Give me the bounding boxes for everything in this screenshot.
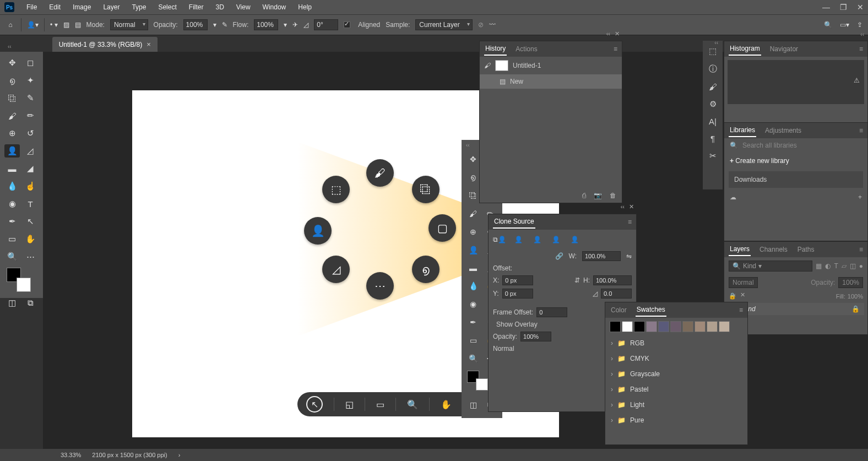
smudge-tool-icon[interactable]: ☝ (23, 180, 38, 193)
eraser-tool-icon[interactable]: ◿ (23, 144, 38, 158)
w-input[interactable] (582, 251, 621, 261)
menu-file[interactable]: File (21, 1, 42, 13)
clone-opacity-input[interactable] (520, 332, 551, 341)
zoom-tool-icon[interactable]: 🔍 (4, 250, 20, 263)
collapse-left-icon[interactable]: ‹‹ (6, 41, 14, 52)
swatch-chip[interactable] (658, 321, 669, 332)
mini-brush-icon[interactable]: 🖌 (466, 208, 480, 220)
clone-src-5-icon[interactable]: 👤 (568, 234, 581, 245)
healing-tool-icon[interactable]: ⊕ (4, 127, 20, 140)
clone-collapse-icon[interactable]: ‹‹ (621, 203, 625, 210)
layer-row[interactable]: …round 🔒 (728, 303, 864, 315)
swatch-folder-grayscale[interactable]: 📁Grayscale (605, 366, 747, 382)
new-snapshot-icon[interactable]: 📷 (594, 192, 602, 199)
brush-tool-icon[interactable]: 🖌 (4, 109, 20, 122)
window-minimize-icon[interactable]: — (822, 3, 830, 12)
menu-type[interactable]: Type (126, 1, 151, 13)
filter-adjust-icon[interactable]: ◐ (825, 262, 831, 270)
filter-type-icon[interactable]: T (834, 262, 838, 270)
ring-shape-icon[interactable]: ▢ (428, 214, 456, 242)
swatch-close-icon[interactable]: ✕ (740, 291, 745, 299)
mini-gradient-icon[interactable]: ▬ (466, 262, 480, 274)
mini-dodge-icon[interactable]: ◉ (466, 298, 480, 310)
layer-opacity-value[interactable]: 100% (838, 277, 863, 288)
dock-adjust-icon[interactable]: ⚙ (709, 99, 717, 109)
swatch-chip[interactable] (695, 321, 706, 332)
mini-lasso-icon[interactable]: ൭ (466, 171, 480, 183)
menu-filter[interactable]: Filter (183, 1, 209, 13)
clone-src-1-icon[interactable]: ⧉👤 (493, 234, 506, 245)
status-chevron-icon[interactable]: › (178, 452, 181, 458)
cloud-icon[interactable]: ☁ (730, 193, 736, 201)
lib-menu-icon[interactable]: ≡ (859, 127, 863, 134)
status-zoom[interactable]: 33.33% (61, 452, 81, 458)
dock-info-icon[interactable]: ⓘ (709, 64, 717, 74)
pencil-tool-icon[interactable]: ✏ (23, 109, 38, 122)
quick-select-tool-icon[interactable]: ✦ (23, 74, 38, 87)
snapshot-brush-icon[interactable]: 🖌 (484, 62, 491, 69)
mode-dropdown[interactable]: Normal (110, 19, 148, 30)
layer-blend-dropdown[interactable]: Normal (729, 277, 758, 288)
tab-histogram[interactable]: Histogram (729, 42, 761, 56)
ignore-adjustment-icon[interactable]: ⊘ (478, 21, 484, 29)
swatch-chip[interactable] (610, 321, 621, 332)
tab-layers[interactable]: Layers (729, 243, 751, 256)
flow-value[interactable]: 100% (254, 19, 278, 30)
filter-smart-icon[interactable]: ◫ (850, 262, 856, 270)
dodge-tool-icon[interactable]: ◉ (4, 197, 20, 210)
layer-filter-kind[interactable]: 🔍 Kind ▾ (729, 261, 812, 272)
panel-collapse-icon[interactable]: ‹‹ (606, 30, 610, 37)
tab-adjustments[interactable]: Adjustments (764, 124, 802, 137)
h-input[interactable] (593, 275, 632, 285)
menu-edit[interactable]: Edit (44, 1, 66, 13)
context-transform-icon[interactable]: ◱ (345, 399, 354, 410)
layers-menu-icon[interactable]: ≡ (859, 246, 863, 253)
frame-offset-input[interactable] (536, 307, 567, 317)
ring-marquee-icon[interactable]: ⬚ (322, 176, 350, 203)
swatch-chip[interactable] (646, 321, 657, 332)
history-step[interactable]: ▤ New (480, 74, 622, 89)
tool-preset-icon[interactable]: 👤▾ (27, 21, 39, 29)
path-select-icon[interactable]: ↖ (23, 215, 38, 228)
tab-clone-source[interactable]: Clone Source (493, 215, 535, 229)
ring-more-icon[interactable]: ⋯ (366, 272, 394, 300)
clone-menu-icon[interactable]: ≡ (628, 218, 632, 226)
swatch-collapse-icon[interactable]: ‹‹ (732, 291, 736, 299)
context-zoom-icon[interactable]: 🔍 (407, 399, 418, 410)
x-input[interactable] (502, 275, 533, 285)
swatch-chip[interactable] (707, 321, 718, 332)
paint-bucket-icon[interactable]: ◢ (23, 162, 38, 175)
search-lib-placeholder[interactable]: Search all libraries (742, 142, 797, 149)
clone-close-icon[interactable]: ✕ (629, 203, 634, 210)
swatch-chip[interactable] (682, 321, 693, 332)
snapshot-thumb[interactable] (495, 60, 508, 71)
mini-move-icon[interactable]: ✥ (466, 153, 480, 165)
shape-tool-icon[interactable]: ▭ (4, 232, 20, 246)
dock-3d-icon[interactable]: ⬚ (709, 46, 717, 56)
pressure-size-icon[interactable]: 〰 (489, 21, 496, 29)
tab-swatches[interactable]: Swatches (636, 303, 666, 317)
window-restore-icon[interactable]: ❐ (840, 3, 847, 12)
layer-fill-value[interactable]: 100% (848, 293, 863, 300)
brush-size-icon[interactable]: • ▾ (50, 21, 58, 29)
histo-collapse-icon[interactable]: ‹‹ (860, 31, 864, 37)
swatch-chip[interactable] (634, 321, 645, 332)
histo-menu-icon[interactable]: ≡ (859, 45, 863, 53)
tab-channels[interactable]: Channels (758, 243, 789, 256)
aligned-checkbox[interactable] (344, 21, 350, 28)
opacity-value[interactable]: 100% (183, 19, 208, 30)
clone-blend-dropdown[interactable]: Normal (493, 345, 531, 352)
clone-panel-icon[interactable]: ▤ (75, 21, 81, 29)
tab-paths[interactable]: Paths (796, 243, 816, 256)
create-library-button[interactable]: + Create new library (724, 153, 867, 169)
share-icon[interactable]: ⇪ (857, 21, 862, 29)
swatch-chip[interactable] (622, 321, 633, 332)
delete-state-icon[interactable]: 🗑 (610, 192, 616, 199)
new-doc-from-state-icon[interactable]: ⎙ (582, 192, 586, 199)
marquee-tool-icon[interactable]: ◻ (23, 56, 38, 69)
panel-close-icon[interactable]: ✕ (615, 30, 620, 37)
tab-libraries[interactable]: Libraries (729, 124, 756, 137)
angle-input[interactable] (601, 289, 632, 299)
y-input[interactable] (502, 289, 533, 299)
menu-select[interactable]: Select (153, 1, 182, 13)
